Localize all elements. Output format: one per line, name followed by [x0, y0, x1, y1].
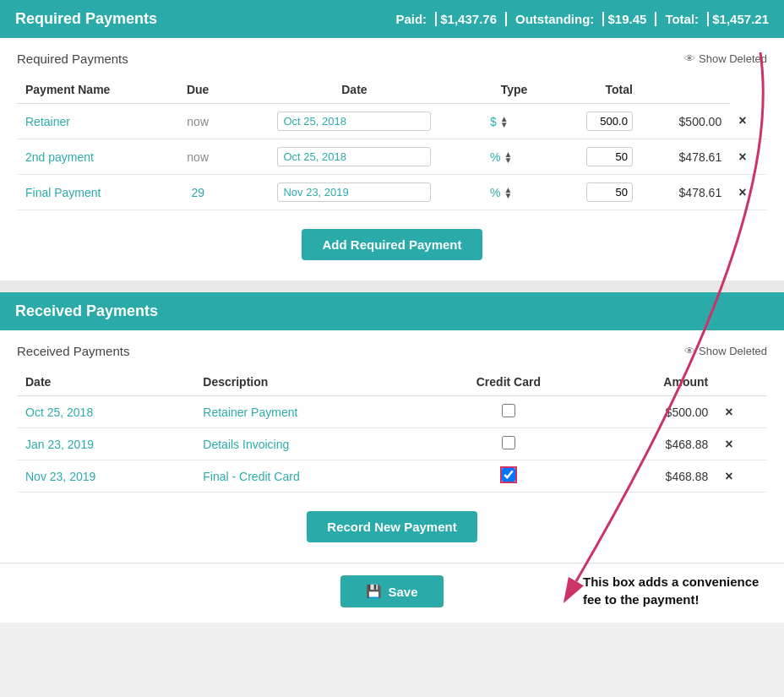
- type-arrows[interactable]: ▲▼: [500, 116, 509, 128]
- received-payments-header: Received Payments: [0, 292, 784, 330]
- col-due: Due: [169, 76, 227, 104]
- record-new-payment-area: Record New Payment: [17, 511, 767, 542]
- recv-cc-cell: [426, 396, 591, 428]
- save-button-area: 💾 Save: [0, 563, 784, 623]
- due-cell: now: [169, 104, 227, 139]
- date-input[interactable]: [277, 182, 431, 202]
- col-recv-date: Date: [17, 368, 194, 396]
- received-payments-table: Date Description Credit Card Amount Oct …: [17, 368, 767, 493]
- col-type: Type: [482, 76, 547, 104]
- payment-summary: Paid: $1,437.76 Outstanding: $19.45 Tota…: [395, 12, 769, 26]
- required-payments-header-row: Payment Name Due Date Type Total: [17, 76, 767, 104]
- required-payment-row: Retainer now $ ▲▼ $500.00 ×: [17, 104, 767, 139]
- received-payments-header-row: Date Description Credit Card Amount: [17, 368, 767, 396]
- required-payment-row: Final Payment 29 % ▲▼ $478.61 ×: [17, 175, 767, 210]
- recv-amount-cell: $500.00: [591, 396, 716, 428]
- remove-cell: ×: [730, 139, 767, 175]
- credit-card-checkbox[interactable]: [502, 404, 515, 417]
- total-cell: $478.61: [641, 175, 730, 210]
- type-arrows[interactable]: ▲▼: [504, 151, 513, 163]
- date-input[interactable]: [277, 112, 431, 131]
- remove-cell: ×: [730, 104, 767, 139]
- type-arrows[interactable]: ▲▼: [504, 187, 513, 199]
- col-recv-desc: Description: [194, 368, 426, 396]
- required-payments-body: Required Payments 👁 Show Deleted Payment…: [0, 38, 784, 280]
- recv-amount-cell: $468.88: [591, 428, 716, 460]
- date-cell[interactable]: [227, 139, 482, 175]
- add-required-payment-area: Add Required Payment: [17, 229, 767, 260]
- col-payment-name: Payment Name: [17, 76, 169, 104]
- section-divider: [0, 280, 784, 292]
- required-payments-title: Required Payments: [15, 10, 157, 28]
- credit-card-checkbox[interactable]: [502, 436, 515, 449]
- recv-cc-cell: [426, 460, 591, 493]
- save-button[interactable]: 💾 Save: [340, 575, 443, 607]
- amount-input[interactable]: [586, 112, 633, 131]
- recv-remove-button[interactable]: ×: [725, 469, 732, 484]
- recv-remove-cell: ×: [716, 460, 767, 493]
- save-icon: 💾: [366, 584, 382, 599]
- eye-icon-received: 👁: [684, 345, 695, 357]
- type-symbol: %: [490, 186, 500, 199]
- eye-icon: 👁: [684, 52, 695, 65]
- col-remove: [641, 76, 730, 104]
- outstanding-summary: Outstanding: $19.45: [515, 12, 656, 26]
- recv-remove-cell: ×: [716, 396, 767, 428]
- type-cell: $ ▲▼: [482, 104, 547, 139]
- recv-date-cell[interactable]: Jan 23, 2019: [17, 428, 194, 460]
- received-payments-title: Received Payments: [15, 302, 158, 320]
- type-cell: % ▲▼: [482, 175, 547, 210]
- total-cell: $500.00: [641, 104, 730, 139]
- remove-button[interactable]: ×: [738, 150, 746, 165]
- payment-name-cell[interactable]: Final Payment: [17, 175, 169, 210]
- recv-remove-cell: ×: [716, 428, 767, 460]
- recv-desc-cell[interactable]: Details Invoicing: [194, 428, 426, 460]
- type-cell: % ▲▼: [482, 139, 547, 175]
- received-payments-subtitle: Received Payments: [17, 344, 129, 358]
- credit-card-checkbox[interactable]: [502, 468, 515, 482]
- required-payments-table: Payment Name Due Date Type Total Retaine…: [17, 76, 767, 210]
- recv-desc-cell[interactable]: Retainer Payment: [194, 396, 426, 428]
- record-new-payment-button[interactable]: Record New Payment: [307, 511, 476, 542]
- remove-button[interactable]: ×: [738, 113, 746, 128]
- required-payments-subtitle-row: Required Payments 👁 Show Deleted: [17, 52, 767, 66]
- recv-remove-button[interactable]: ×: [725, 437, 732, 452]
- date-cell[interactable]: [227, 175, 482, 210]
- type-symbol: %: [490, 150, 500, 164]
- show-deleted-received[interactable]: 👁 Show Deleted: [684, 345, 767, 357]
- required-payments-subtitle: Required Payments: [17, 52, 128, 66]
- add-required-payment-button[interactable]: Add Required Payment: [302, 229, 482, 260]
- payment-name-cell[interactable]: Retainer: [17, 104, 169, 139]
- received-payments-body: Received Payments 👁 Show Deleted Date De…: [0, 330, 784, 563]
- recv-amount-cell: $468.88: [591, 460, 716, 493]
- date-cell[interactable]: [227, 104, 482, 139]
- required-payment-row: 2nd payment now % ▲▼ $478.61 ×: [17, 139, 767, 175]
- col-total: Total: [547, 76, 641, 104]
- col-recv-remove: [716, 368, 767, 396]
- remove-button[interactable]: ×: [738, 185, 746, 200]
- col-date: Date: [227, 76, 482, 104]
- type-symbol: $: [490, 115, 497, 128]
- received-payment-row: Nov 23, 2019 Final - Credit Card $468.88…: [17, 460, 767, 493]
- received-payment-row: Jan 23, 2019 Details Invoicing $468.88 ×: [17, 428, 767, 460]
- amount-cell: [547, 175, 641, 210]
- due-cell: 29: [169, 175, 227, 210]
- save-label: Save: [388, 585, 417, 599]
- total-cell: $478.61: [641, 139, 730, 175]
- payment-name-cell[interactable]: 2nd payment: [17, 139, 169, 175]
- recv-date-cell[interactable]: Nov 23, 2019: [17, 460, 194, 493]
- amount-input[interactable]: [586, 147, 633, 166]
- col-recv-amount: Amount: [591, 368, 716, 396]
- date-input[interactable]: [277, 147, 431, 166]
- received-payments-subtitle-row: Received Payments 👁 Show Deleted: [17, 344, 767, 358]
- recv-desc-cell[interactable]: Final - Credit Card: [194, 460, 426, 493]
- recv-date-cell[interactable]: Oct 25, 2018: [17, 396, 194, 428]
- remove-cell: ×: [730, 175, 767, 210]
- recv-remove-button[interactable]: ×: [725, 405, 732, 420]
- total-summary: Total: $1,457.21: [665, 12, 769, 26]
- amount-cell: [547, 139, 641, 175]
- amount-input[interactable]: [586, 182, 633, 202]
- amount-cell: [547, 104, 641, 139]
- due-cell: now: [169, 139, 227, 175]
- show-deleted-required[interactable]: 👁 Show Deleted: [684, 52, 767, 65]
